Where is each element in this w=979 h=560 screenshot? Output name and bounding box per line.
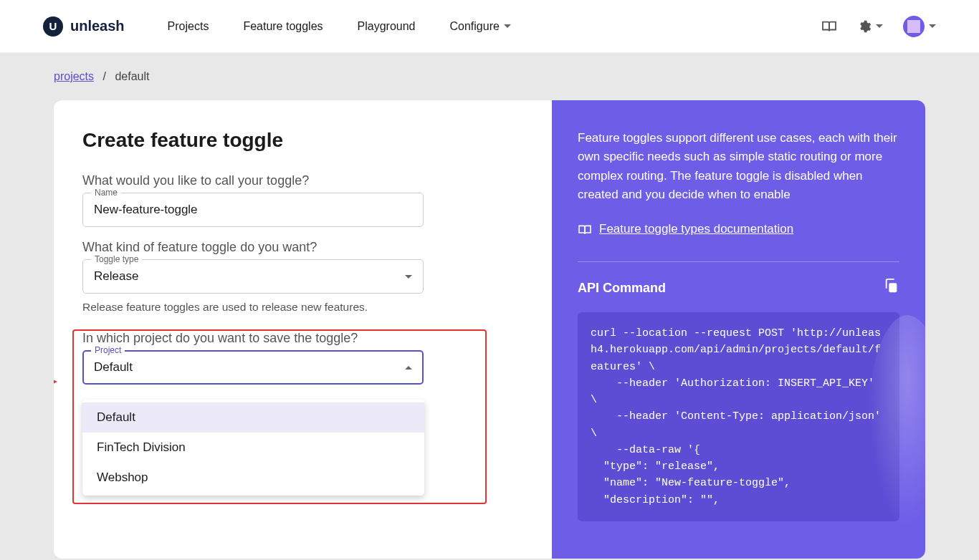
main-nav: Projects Feature toggles Playground Conf… — [168, 20, 511, 33]
svg-rect-2 — [889, 283, 897, 292]
doc-link[interactable]: Feature toggle types documentation — [578, 220, 793, 238]
name-label: Name — [91, 188, 121, 198]
project-label: Project — [91, 345, 125, 355]
name-input[interactable]: New-feature-toggle — [82, 193, 424, 227]
avatar — [903, 16, 925, 37]
project-select[interactable]: Default — [82, 350, 424, 385]
copy-icon[interactable] — [884, 278, 899, 299]
project-question: In which project do you want to save the… — [82, 331, 523, 346]
project-dropdown-menu: Default FinTech Division Webshop — [82, 400, 424, 496]
divider — [578, 261, 899, 262]
logo-text: unleash — [70, 18, 125, 34]
api-code-block[interactable]: curl --location --request POST 'http://u… — [578, 312, 899, 521]
nav-configure[interactable]: Configure — [450, 20, 511, 33]
nav-projects[interactable]: Projects — [168, 20, 209, 33]
user-menu[interactable] — [903, 16, 936, 37]
project-option-fintech[interactable]: FinTech Division — [82, 433, 424, 463]
topbar: U unleash Projects Feature toggles Playg… — [0, 0, 979, 53]
page-title: Create feature toggle — [82, 129, 523, 152]
nav-feature-toggles[interactable]: Feature toggles — [243, 20, 323, 33]
type-label: Toggle type — [91, 254, 142, 264]
project-option-webshop[interactable]: Webshop — [82, 463, 424, 493]
nav-playground[interactable]: Playground — [358, 20, 416, 33]
type-field-wrap: Toggle type Release — [82, 259, 523, 294]
page-body: projects / default Create feature toggle… — [0, 53, 979, 559]
breadcrumb-separator: / — [102, 70, 105, 82]
form-panel: Create feature toggle What would you lik… — [54, 100, 552, 559]
help-panel: Feature toggles support different use ca… — [552, 100, 925, 559]
logo-icon: U — [43, 16, 63, 37]
api-title: API Command — [578, 279, 666, 299]
chevron-down-icon — [876, 24, 883, 28]
name-field-wrap: Name New-feature-toggle — [82, 193, 523, 227]
breadcrumb-current: default — [115, 70, 149, 82]
help-description: Feature toggles support different use ca… — [578, 129, 899, 204]
main-panel: Create feature toggle What would you lik… — [54, 100, 925, 559]
docs-icon[interactable] — [821, 20, 837, 33]
chevron-down-icon — [504, 24, 511, 28]
brand-logo[interactable]: U unleash — [43, 16, 125, 37]
type-question: What kind of feature toggle do you want? — [82, 240, 523, 255]
api-header: API Command — [578, 278, 899, 299]
svg-marker-1 — [54, 378, 57, 385]
chevron-up-icon — [405, 366, 412, 370]
chevron-down-icon — [405, 275, 412, 279]
breadcrumb: projects / default — [54, 70, 925, 83]
breadcrumb-projects[interactable]: projects — [54, 70, 94, 82]
topbar-right — [821, 16, 936, 37]
settings-icon[interactable] — [857, 19, 883, 34]
name-question: What would you like to call your toggle? — [82, 173, 523, 188]
chevron-down-icon — [929, 24, 936, 28]
project-field-wrap: Project Default — [82, 350, 523, 385]
project-option-default[interactable]: Default — [82, 402, 424, 433]
book-icon — [578, 224, 592, 236]
type-select[interactable]: Release — [82, 259, 424, 294]
annotation-arrow-icon — [54, 377, 57, 387]
type-helper: Release feature toggles are used to rele… — [82, 301, 523, 314]
